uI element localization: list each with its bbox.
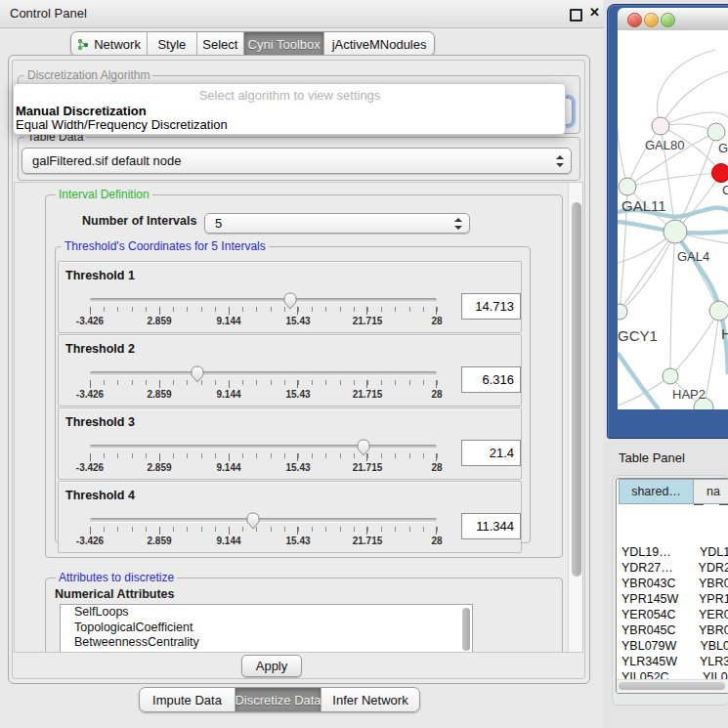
node-gal4[interactable]: [664, 220, 687, 243]
slider-major-ticks: [90, 380, 439, 388]
node-top-right[interactable]: [707, 123, 725, 141]
tab-label: Select: [202, 37, 237, 52]
settings-scrollbar-thumb[interactable]: [572, 202, 581, 577]
node-label: C: [722, 183, 728, 197]
dropdown-item-manual-discretization[interactable]: Manual Discretization: [15, 105, 565, 118]
control-panel-tabs: Network Style Select Cyni Toolbox jActiv…: [70, 31, 435, 57]
threshold-4-slider-thumb[interactable]: [245, 511, 261, 530]
network-window-titlebar[interactable]: [618, 8, 728, 31]
threshold-2-panel: Threshold 2 -3.426 2.859 9.144 15.43 21.…: [58, 334, 522, 407]
node-label: GAL11: [621, 197, 666, 214]
table-row[interactable]: YLR345WYLR3: [617, 655, 728, 670]
close-icon[interactable]: ✕: [589, 5, 600, 20]
tick-label: -3.426: [76, 389, 104, 400]
float-window-icon[interactable]: [570, 9, 582, 21]
tab-label: Discretize Data: [235, 693, 321, 707]
table-row[interactable]: YER054CYER0: [617, 608, 728, 623]
table-row[interactable]: YBL079WYBL0: [617, 639, 728, 655]
table-row[interactable]: YBR043CYBR0: [617, 577, 728, 592]
node-label: GAL4: [677, 249, 709, 264]
threshold-3-slider-thumb[interactable]: [356, 438, 371, 456]
settings-scrollbar-track[interactable]: [568, 183, 583, 652]
tab-discretize-data[interactable]: Discretize Data: [236, 688, 321, 711]
threshold-1-slider-thumb[interactable]: [282, 291, 298, 310]
dropdown-item-equal-width-frequency[interactable]: Equal Width/Frequency Discretization: [15, 118, 565, 132]
table-row[interactable]: YDR27…YDR2: [617, 561, 728, 577]
close-traffic-light-icon[interactable]: [627, 13, 642, 27]
list-item[interactable]: SelfLoops: [61, 605, 472, 621]
zoom-traffic-light-icon[interactable]: [661, 13, 675, 27]
tick-label: 15.43: [285, 389, 310, 400]
interval-definition-group-label: Interval Definition: [56, 188, 152, 201]
threshold-4-value-field[interactable]: 11.344: [461, 513, 521, 539]
numerical-attributes-label: Numerical Attributes: [55, 587, 174, 601]
threshold-1-value-field[interactable]: 14.713: [461, 293, 521, 320]
slider-tick-labels: -3.426 2.859 9.144 15.43 21.715 28: [90, 535, 437, 547]
tab-label: Style: [157, 37, 186, 52]
table-row[interactable]: YIL052CYIL0: [617, 670, 728, 679]
threshold-2-slider[interactable]: -3.426 2.859 9.144 15.43 21.715 28: [90, 335, 437, 406]
node-red-selected[interactable]: [712, 164, 728, 183]
tab-label: Network: [94, 37, 141, 52]
node-right-h[interactable]: [709, 301, 728, 321]
table-hscrollbar-thumb[interactable]: [619, 682, 725, 690]
number-of-intervals-combobox[interactable]: 5: [204, 213, 470, 234]
threshold-2-slider-thumb[interactable]: [190, 364, 205, 383]
tab-network[interactable]: Network: [71, 32, 148, 56]
combo-arrows-icon: [555, 155, 564, 167]
tab-impute-data[interactable]: Impute Data: [140, 688, 236, 711]
tick-label: 28: [431, 462, 442, 473]
threshold-1-slider[interactable]: -3.426 2.859 9.144 15.43 21.715 28: [90, 262, 437, 332]
list-item[interactable]: TopologicalCoefficient: [61, 621, 472, 636]
slider-track[interactable]: [90, 371, 437, 375]
slider-track[interactable]: [90, 518, 437, 522]
table-row[interactable]: YBR045CYBR0: [617, 623, 728, 639]
table-data-value: galFiltered.sif default node: [32, 149, 181, 173]
table-row[interactable]: YPR145WYPR1: [617, 592, 728, 608]
column-header-name[interactable]: na: [693, 479, 728, 504]
number-of-intervals-label: Number of Intervals: [82, 214, 196, 228]
threshold-3-value-field[interactable]: 21.4: [461, 440, 521, 466]
list-item[interactable]: BetweennessCentrality: [61, 635, 472, 651]
slider-track[interactable]: [90, 445, 437, 449]
apply-button[interactable]: Apply: [241, 655, 302, 677]
node-hap2[interactable]: [663, 368, 678, 384]
tab-label: Cyni Toolbox: [248, 37, 321, 52]
minimize-traffic-light-icon[interactable]: [644, 13, 659, 27]
node-gal11[interactable]: [619, 178, 636, 195]
tab-select[interactable]: Select: [197, 32, 244, 56]
tab-label: Impute Data: [152, 693, 222, 707]
table-hscrollbar-track[interactable]: [617, 679, 728, 693]
node-gal80[interactable]: [652, 117, 669, 135]
settings-scroll-viewport: Interval Definition Number of Intervals …: [14, 182, 583, 653]
tab-infer-network[interactable]: Infer Network: [321, 688, 419, 711]
network-icon: [77, 38, 89, 51]
tick-label: 9.144: [216, 535, 240, 546]
network-canvas[interactable]: GAL80 GA C GAL11 GAL4 GCY1 H HAP2: [618, 30, 728, 409]
table-data-combobox[interactable]: galFiltered.sif default node: [21, 148, 572, 174]
control-panel-title: Control Panel: [10, 6, 87, 21]
threshold-3-slider[interactable]: -3.426 2.859 9.144 15.43 21.715 28: [90, 408, 437, 479]
tick-label: 9.144: [216, 316, 240, 326]
threshold-4-panel: Threshold 4 -3.426 2.859 9.144 15.43 21.…: [58, 481, 522, 553]
threshold-2-value-field[interactable]: 6.316: [461, 366, 521, 393]
numerical-attributes-list[interactable]: SelfLoops TopologicalCoefficient Between…: [60, 604, 473, 653]
list-scrollbar-thumb[interactable]: [462, 608, 470, 651]
node-table: ⚙ shared… na YDL19…YDL1 YDR27…YDR2 YBR04…: [616, 478, 728, 694]
tick-label: 28: [431, 389, 442, 400]
attributes-group-label: Attributes to discretize: [56, 571, 177, 584]
tick-label: 9.144: [216, 462, 240, 473]
table-rows: YDL19…YDL1 YDR27…YDR2 YBR043CYBR0 YPR145…: [617, 545, 728, 679]
tab-style[interactable]: Style: [148, 32, 196, 56]
slider-tick-labels: -3.426 2.859 9.144 15.43 21.715 28: [90, 462, 437, 474]
slider-track[interactable]: [90, 298, 437, 302]
column-header-shared-name[interactable]: shared…: [619, 479, 694, 504]
tab-label: jActiveMNodules: [332, 37, 427, 52]
table-row[interactable]: YDL19…YDL1: [617, 545, 728, 561]
tab-cyni-toolbox[interactable]: Cyni Toolbox: [244, 32, 324, 56]
tab-jactivemnodules[interactable]: jActiveMNodules: [324, 32, 434, 56]
tick-label: 28: [431, 316, 442, 326]
threshold-4-slider[interactable]: -3.426 2.859 9.144 15.43 21.715 28: [90, 482, 437, 552]
network-window: GAL80 GA C GAL11 GAL4 GCY1 H HAP2: [607, 4, 728, 439]
bottom-tabs: Impute Data Discretize Data Infer Networ…: [139, 687, 420, 712]
